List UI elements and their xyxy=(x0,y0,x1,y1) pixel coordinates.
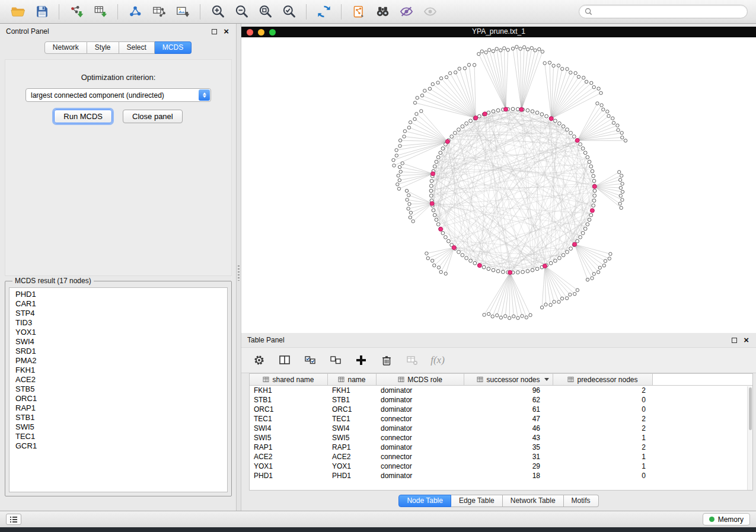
minimize-window-icon[interactable] xyxy=(258,29,264,36)
table-row[interactable]: RAP1RAP1dominator352 xyxy=(250,443,752,452)
zoom-out-button[interactable] xyxy=(231,3,252,21)
mcds-result-item[interactable]: FKH1 xyxy=(9,366,227,375)
table-row[interactable]: ORC1ORC1dominator610 xyxy=(250,405,752,414)
delete-table-button[interactable] xyxy=(404,352,420,368)
table-row[interactable]: STB1STB1dominator620 xyxy=(250,395,752,405)
unselect-all-columns-button[interactable] xyxy=(327,352,344,368)
table-cell: STB1 xyxy=(328,395,377,405)
mcds-result-item[interactable]: SRD1 xyxy=(9,347,227,356)
new-network-button[interactable] xyxy=(125,3,146,21)
tab-node-table[interactable]: Node Table xyxy=(398,495,451,507)
maximize-window-icon[interactable] xyxy=(269,29,276,36)
column-header-name[interactable]: name xyxy=(328,374,377,385)
criterion-dropdown[interactable]: largest connected component (undirected) xyxy=(25,88,211,102)
mcds-result-item[interactable]: PMA2 xyxy=(9,356,227,366)
zoom-selected-button[interactable] xyxy=(278,3,299,21)
table-row[interactable]: FKH1FKH1dominator962 xyxy=(250,386,752,395)
table-cell: TEC1 xyxy=(250,414,328,424)
network-window-titlebar[interactable]: YPA_prune.txt_1 xyxy=(241,27,756,37)
table-cell: 61 xyxy=(464,405,553,414)
float-panel-icon[interactable] xyxy=(212,29,217,34)
table-body[interactable]: FKH1FKH1dominator962STB1STB1dominator620… xyxy=(250,386,752,480)
network-canvas-svg[interactable] xyxy=(241,37,756,333)
tab-motifs[interactable]: Motifs xyxy=(564,495,599,507)
mcds-result-item[interactable]: SWI4 xyxy=(9,337,227,347)
import-table-button[interactable] xyxy=(90,3,111,21)
node-table[interactable]: shared namenameMCDS rolesuccessor nodesp… xyxy=(249,373,753,491)
search-network-button[interactable] xyxy=(372,3,393,21)
mcds-result-item[interactable]: CAR1 xyxy=(9,299,227,309)
mcds-result-item[interactable]: STB1 xyxy=(9,413,227,422)
save-session-button[interactable] xyxy=(31,3,52,21)
mcds-result-item[interactable]: TEC1 xyxy=(9,432,227,441)
column-header-shared-name[interactable]: shared name xyxy=(250,374,328,385)
select-all-columns-button[interactable] xyxy=(302,352,318,368)
scrollbar-thumb[interactable] xyxy=(749,387,752,430)
zoom-fit-button[interactable] xyxy=(254,3,276,21)
table-row[interactable]: YOX1YOX1connector291 xyxy=(250,462,752,471)
table-row[interactable]: ACE2ACE2connector311 xyxy=(250,452,752,462)
table-row[interactable]: SWI5SWI5connector431 xyxy=(250,433,752,443)
column-header-predecessor-nodes[interactable]: predecessor nodes xyxy=(553,374,653,385)
network-canvas[interactable] xyxy=(241,37,756,333)
table-cell: YOX1 xyxy=(328,462,377,471)
close-panel-icon[interactable]: × xyxy=(224,28,229,34)
table-row[interactable]: PHD1PHD1dominator180 xyxy=(250,471,752,480)
float-table-panel-icon[interactable] xyxy=(732,338,737,343)
refresh-view-button[interactable] xyxy=(313,3,334,21)
mcds-result-item[interactable]: SWI5 xyxy=(9,422,227,432)
tab-network[interactable]: Network xyxy=(44,41,87,54)
control-panel-tabs: Network Style Select MCDS xyxy=(0,41,236,54)
close-window-icon[interactable] xyxy=(247,29,253,36)
mcds-result-item[interactable]: GCR1 xyxy=(9,441,227,451)
table-cell: dominator xyxy=(377,471,464,480)
mcds-result-item[interactable]: STP4 xyxy=(9,309,227,318)
column-filter-arrow-icon[interactable] xyxy=(544,378,549,381)
show-details-button[interactable] xyxy=(419,3,441,21)
tab-select[interactable]: Select xyxy=(119,41,155,54)
function-builder-button[interactable]: f(x) xyxy=(429,352,446,368)
tab-network-table[interactable]: Network Table xyxy=(503,495,564,507)
new-network-table-button[interactable] xyxy=(148,3,170,21)
import-network-icon xyxy=(69,4,84,20)
share-document-button[interactable] xyxy=(348,3,369,21)
delete-column-button[interactable] xyxy=(378,352,395,368)
mcds-result-item[interactable]: RAP1 xyxy=(9,403,227,413)
binoculars-icon xyxy=(375,4,391,20)
search-input[interactable] xyxy=(596,8,742,16)
import-table-icon xyxy=(92,4,108,20)
tab-edge-table[interactable]: Edge Table xyxy=(451,495,503,507)
tab-style[interactable]: Style xyxy=(87,41,119,54)
table-row[interactable]: TEC1TEC1connector472 xyxy=(250,414,752,424)
create-column-button[interactable] xyxy=(353,352,369,368)
mcds-result-list[interactable]: PHD1CAR1STP4TID3YOX1SWI4SRD1PMA2FKH1ACE2… xyxy=(9,287,228,492)
tab-mcds[interactable]: MCDS xyxy=(155,41,192,54)
run-mcds-button[interactable]: Run MCDS xyxy=(54,110,112,123)
toolbar-search-box[interactable] xyxy=(579,5,748,18)
status-menu-button[interactable] xyxy=(6,514,21,525)
table-row[interactable]: SWI4SWI4dominator462 xyxy=(250,424,752,433)
column-header-MCDS-role[interactable]: MCDS role xyxy=(377,374,464,385)
control-panel: Control Panel × Network Style Select MCD… xyxy=(0,24,237,511)
table-settings-button[interactable] xyxy=(251,352,267,368)
mcds-result-item[interactable]: ACE2 xyxy=(9,375,227,384)
unchecked-boxes-icon xyxy=(329,354,342,367)
splitter-grip-icon[interactable] xyxy=(238,265,240,281)
mcds-result-item[interactable]: STB5 xyxy=(9,384,227,394)
close-table-panel-icon[interactable]: × xyxy=(744,337,749,343)
zoom-in-button[interactable] xyxy=(207,3,228,21)
show-columns-button[interactable] xyxy=(276,352,293,368)
table-scrollbar[interactable] xyxy=(747,386,752,490)
hide-details-button[interactable] xyxy=(395,3,417,21)
mcds-result-item[interactable]: TID3 xyxy=(9,318,227,328)
export-image-button[interactable] xyxy=(172,3,193,21)
open-session-button[interactable] xyxy=(7,3,28,21)
column-header-successor-nodes[interactable]: successor nodes xyxy=(464,374,553,385)
close-panel-button[interactable]: Close panel xyxy=(123,110,183,123)
import-network-button[interactable] xyxy=(66,3,87,21)
mcds-result-item[interactable]: PHD1 xyxy=(9,290,227,299)
panel-splitter[interactable] xyxy=(237,24,241,511)
mcds-result-item[interactable]: YOX1 xyxy=(9,328,227,337)
mcds-result-item[interactable]: ORC1 xyxy=(9,394,227,403)
memory-button[interactable]: Memory xyxy=(703,513,750,525)
